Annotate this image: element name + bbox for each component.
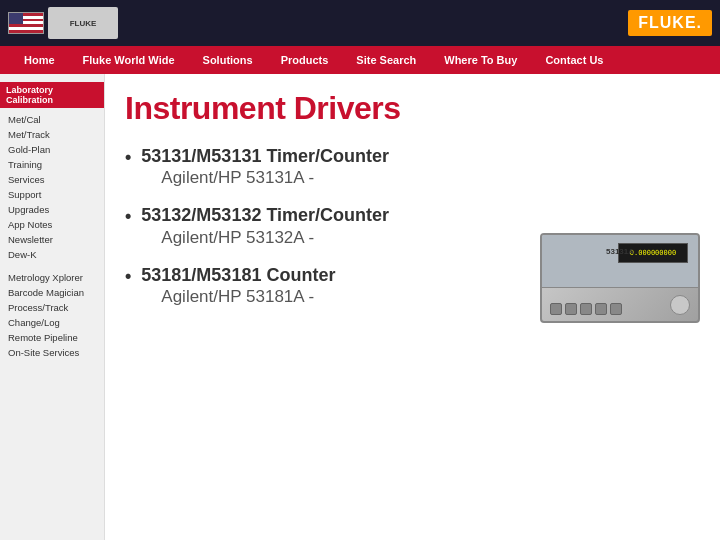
content-body: • 53131/M53131 Timer/Counter Agilent/HP …: [125, 145, 700, 323]
header: FLUKE FLUKE.: [0, 0, 720, 46]
nav-contact[interactable]: Contact Us: [531, 46, 617, 74]
bullet-icon-2: •: [125, 206, 131, 227]
bullet-icon-1: •: [125, 147, 131, 168]
company-logo: FLUKE: [48, 7, 118, 39]
display-readout: 0.000000000: [630, 249, 676, 257]
sidebar-item-services[interactable]: Services: [0, 172, 104, 187]
driver-list: • 53131/M53131 Timer/Counter Agilent/HP …: [125, 145, 520, 323]
sidebar-item-goldplan[interactable]: Gold-Plan: [0, 142, 104, 157]
flag-logo: FLUKE: [8, 7, 118, 39]
sidebar-item-upgrades[interactable]: Upgrades: [0, 202, 104, 217]
instrument-display: 0.000000000: [618, 243, 688, 263]
driver-name-1[interactable]: 53131/M53131 Timer/Counter: [141, 145, 520, 168]
page-title: Instrument Drivers: [125, 90, 700, 127]
nav-search[interactable]: Site Search: [342, 46, 430, 74]
us-flag-icon: [8, 12, 44, 34]
driver-name-3[interactable]: 53181/M53181 Counter: [141, 264, 520, 287]
sidebar-item-appnotes[interactable]: App Notes: [0, 217, 104, 232]
driver-item-1: • 53131/M53131 Timer/Counter Agilent/HP …: [125, 145, 520, 188]
driver-text-3: 53181/M53181 Counter Agilent/HP 53181A -: [141, 264, 520, 307]
sidebar-item-change-log[interactable]: Change/Log: [0, 315, 104, 330]
fluke-brand-logo: FLUKE.: [628, 10, 712, 36]
nav-solutions[interactable]: Solutions: [189, 46, 267, 74]
driver-compat-2: Agilent/HP 53132A -: [161, 228, 520, 248]
driver-item-2: • 53132/M53132 Timer/Counter Agilent/HP …: [125, 204, 520, 247]
sidebar-item-support[interactable]: Support: [0, 187, 104, 202]
driver-name-2[interactable]: 53132/M53132 Timer/Counter: [141, 204, 520, 227]
sidebar-item-dewk[interactable]: Dew-K: [0, 247, 104, 262]
navbar: Home Fluke World Wide Solutions Products…: [0, 46, 720, 74]
sidebar-item-metrology-xplorer[interactable]: Metrology Xplorer: [0, 270, 104, 285]
sidebar-section-title: Laboratory Calibration: [0, 82, 104, 108]
nav-where-to-buy[interactable]: Where To Buy: [430, 46, 531, 74]
nav-home[interactable]: Home: [10, 46, 69, 74]
driver-item-3: • 53181/M53181 Counter Agilent/HP 53181A…: [125, 264, 520, 307]
sidebar-item-newsletter[interactable]: Newsletter: [0, 232, 104, 247]
bullet-icon-3: •: [125, 266, 131, 287]
driver-text-1: 53131/M53131 Timer/Counter Agilent/HP 53…: [141, 145, 520, 188]
sidebar: Laboratory Calibration Met/Cal Met/Track…: [0, 74, 105, 540]
sidebar-item-mettrack[interactable]: Met/Track: [0, 127, 104, 142]
main-layout: Laboratory Calibration Met/Cal Met/Track…: [0, 74, 720, 540]
driver-compat-3: Agilent/HP 53181A -: [161, 287, 520, 307]
sidebar-item-barcode-magician[interactable]: Barcode Magician: [0, 285, 104, 300]
driver-text-2: 53132/M53132 Timer/Counter Agilent/HP 53…: [141, 204, 520, 247]
sidebar-item-remote-pipeline[interactable]: Remote Pipeline: [0, 330, 104, 345]
content-area: Instrument Drivers • 53131/M53131 Timer/…: [105, 74, 720, 540]
sidebar-item-metcal[interactable]: Met/Cal: [0, 112, 104, 127]
instrument-image: 0.000000000: [540, 233, 700, 323]
sidebar-item-on-site-services[interactable]: On-Site Services: [0, 345, 104, 360]
sidebar-item-training[interactable]: Training: [0, 157, 104, 172]
nav-worldwide[interactable]: Fluke World Wide: [69, 46, 189, 74]
nav-products[interactable]: Products: [267, 46, 343, 74]
driver-compat-1: Agilent/HP 53131A -: [161, 168, 520, 188]
sidebar-item-process-track[interactable]: Process/Track: [0, 300, 104, 315]
